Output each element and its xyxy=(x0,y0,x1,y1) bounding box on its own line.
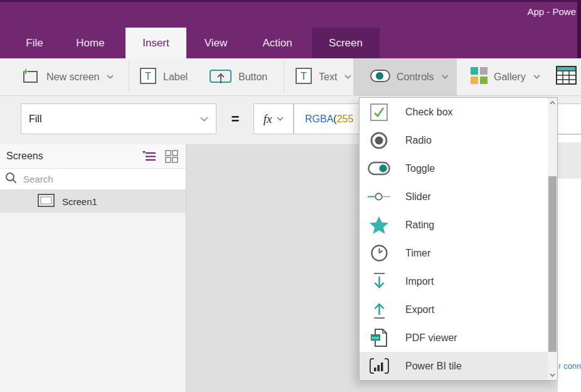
formula-number-token: 255 xyxy=(337,114,354,125)
gallery-button[interactable]: Gallery xyxy=(471,58,540,95)
tab-action[interactable]: Action xyxy=(256,28,299,58)
text-button[interactable]: T Text xyxy=(295,58,351,95)
screen-list-item-label: Screen1 xyxy=(62,196,97,207)
right-pane-edge: r conn xyxy=(558,134,581,392)
tab-view[interactable]: View xyxy=(200,28,232,58)
controls-label: Controls xyxy=(397,72,434,83)
screens-panel: Screens xyxy=(0,144,186,392)
menu-item-label: Check box xyxy=(405,107,453,118)
radio-icon xyxy=(368,131,390,150)
menu-item-label: Timer xyxy=(405,248,430,259)
screen-list-item[interactable]: Screen1 xyxy=(0,190,186,213)
timer-icon xyxy=(368,244,390,262)
chevron-down-icon xyxy=(277,117,284,121)
rating-icon xyxy=(368,216,390,234)
text-label: Text xyxy=(319,72,337,83)
menu-item-label: Power BI tile xyxy=(405,361,462,372)
equals-sign: = xyxy=(227,103,244,134)
menu-item-radio[interactable]: Radio xyxy=(360,126,548,154)
pdf-badge-text: PDF xyxy=(371,336,379,340)
screens-panel-title: Screens xyxy=(6,151,133,162)
menu-item-check-box[interactable]: Check box xyxy=(360,98,548,126)
label-label: Label xyxy=(163,72,188,83)
data-table-icon xyxy=(556,66,577,88)
search-input[interactable] xyxy=(23,174,181,184)
tab-file[interactable]: File xyxy=(19,28,50,58)
insert-ribbon-toolbar: New screen T Label B xyxy=(0,58,581,96)
chevron-down-icon xyxy=(442,75,449,79)
fx-label: fx xyxy=(264,112,272,126)
new-screen-icon xyxy=(21,68,40,87)
menu-item-label: Rating xyxy=(405,220,434,231)
screen-thumbnail-icon xyxy=(38,194,55,209)
header-right-edge xyxy=(577,0,581,58)
grid-view-icon[interactable] xyxy=(165,150,178,163)
button-icon xyxy=(210,68,232,87)
property-selector[interactable]: Fill xyxy=(21,103,216,134)
toolbar-separator xyxy=(284,61,284,93)
menu-item-export[interactable]: Export xyxy=(360,295,548,324)
controls-icon xyxy=(370,70,390,85)
toggle-icon xyxy=(368,161,390,176)
tab-screen[interactable]: Screen xyxy=(312,28,380,58)
window-title: App - Powe xyxy=(527,6,576,17)
menu-item-toggle[interactable]: Toggle xyxy=(360,154,548,183)
list-view-icon[interactable] xyxy=(142,151,156,162)
menu-item-label: Slider xyxy=(405,191,431,203)
toolbar-separator xyxy=(129,61,129,93)
text-icon: T xyxy=(295,67,312,87)
formula-function-token: RGBA xyxy=(305,114,333,125)
new-screen-button[interactable]: New screen xyxy=(21,58,114,95)
search-icon xyxy=(5,172,17,186)
svg-text:T: T xyxy=(145,71,151,82)
label-icon: T xyxy=(139,67,157,87)
menu-item-power-bi-tile[interactable]: Power BI tile xyxy=(360,352,548,380)
gallery-icon xyxy=(471,67,488,87)
import-icon xyxy=(368,272,390,291)
power-bi-tile-icon xyxy=(368,358,390,374)
button-label: Button xyxy=(238,72,267,83)
menu-item-timer[interactable]: Timer xyxy=(360,239,548,267)
checkbox-icon xyxy=(368,103,390,122)
controls-button[interactable]: Controls xyxy=(353,58,457,95)
pdf-viewer-icon: PDF xyxy=(368,328,390,347)
menu-item-label: PDF viewer xyxy=(405,332,457,344)
link-fragment-gray: r xyxy=(558,361,563,371)
property-selector-value: Fill xyxy=(29,114,41,125)
screens-search-row xyxy=(0,168,186,190)
label-button[interactable]: T Label xyxy=(139,58,188,95)
chevron-down-icon xyxy=(107,75,114,79)
button-button[interactable]: Button xyxy=(210,58,267,95)
controls-dropdown-menu: Check box Radio Toggle xyxy=(359,97,558,381)
data-table-button[interactable] xyxy=(556,58,577,95)
menu-item-pdf-viewer[interactable]: PDF PDF viewer xyxy=(360,324,548,352)
connect-link-fragment[interactable]: r conn xyxy=(558,361,581,371)
link-fragment-blue: conn xyxy=(563,361,581,371)
title-bar: App - Powe xyxy=(0,0,581,28)
menu-item-import[interactable]: Import xyxy=(360,267,548,295)
menu-item-rating[interactable]: Rating xyxy=(360,211,548,239)
svg-text:T: T xyxy=(301,71,307,82)
scroll-down-icon[interactable] xyxy=(548,370,557,380)
screens-panel-header: Screens xyxy=(0,144,186,168)
scroll-up-icon[interactable] xyxy=(548,98,557,108)
ribbon-tab-bar: File Home Insert View Action Screen xyxy=(0,28,581,58)
menu-item-label: Import xyxy=(405,276,434,287)
chevron-down-icon xyxy=(344,75,351,79)
right-pane-header-block xyxy=(558,142,581,179)
chevron-down-icon xyxy=(533,75,540,79)
export-icon xyxy=(368,300,390,319)
menu-item-slider[interactable]: Slider xyxy=(360,183,548,211)
fx-dropdown[interactable]: fx xyxy=(253,103,294,134)
powerapps-studio-window: App - Powe File Home Insert View Action … xyxy=(0,0,581,392)
menu-item-label: Radio xyxy=(405,135,432,146)
menu-scrollbar[interactable] xyxy=(548,98,557,380)
tab-insert[interactable]: Insert xyxy=(125,28,186,58)
scrollbar-thumb[interactable] xyxy=(548,176,557,352)
gallery-label: Gallery xyxy=(494,72,526,83)
menu-item-label: Toggle xyxy=(405,163,435,174)
chevron-down-icon xyxy=(200,117,208,122)
slider-icon xyxy=(368,192,390,201)
window-top-edge xyxy=(0,0,581,2)
tab-home[interactable]: Home xyxy=(70,28,110,58)
